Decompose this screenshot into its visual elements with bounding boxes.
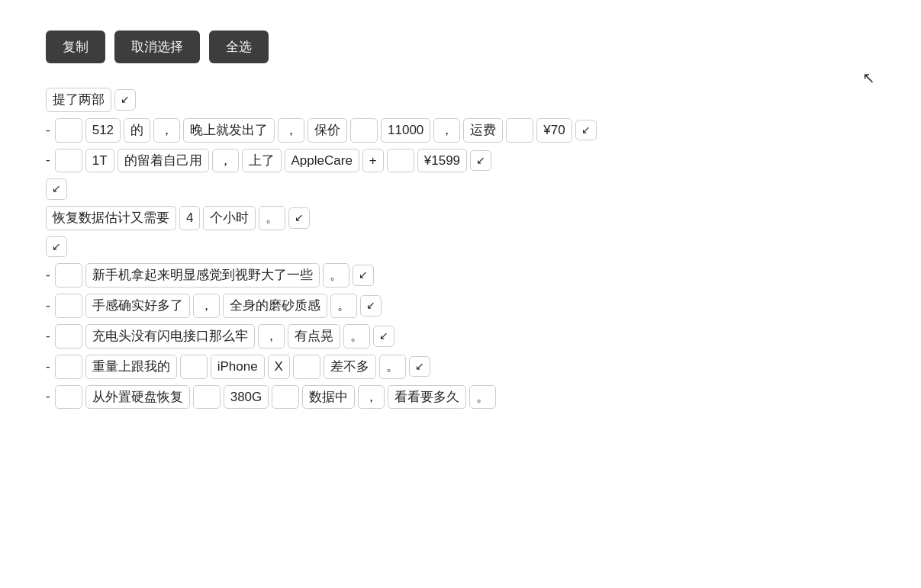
- text-token[interactable]: +: [362, 149, 384, 173]
- text-token[interactable]: 有点晃: [288, 324, 340, 349]
- empty-token[interactable]: [55, 294, 82, 318]
- text-token[interactable]: X: [268, 355, 290, 379]
- content-line-line5: 恢复数据估计又需要4个小时。↙: [46, 206, 875, 230]
- text-token[interactable]: 提了两部: [46, 88, 111, 112]
- empty-token[interactable]: [293, 355, 320, 379]
- text-token[interactable]: 恢复数据估计又需要: [46, 206, 176, 230]
- content-line-line3: - 1T的留着自己用，上了AppleCare+ ¥1599↙: [46, 149, 875, 173]
- text-token[interactable]: ¥1599: [417, 149, 467, 173]
- text-token[interactable]: ，: [258, 324, 285, 349]
- text-token[interactable]: 。: [343, 324, 370, 349]
- text-token[interactable]: 。: [469, 385, 496, 410]
- text-token[interactable]: 512: [85, 118, 121, 143]
- arrow-token[interactable]: ↙: [114, 89, 136, 111]
- bullet-marker: -: [46, 268, 50, 283]
- empty-token[interactable]: [387, 149, 414, 173]
- copy-button[interactable]: 复制: [46, 31, 105, 63]
- empty-token[interactable]: [193, 385, 221, 410]
- arrow-token[interactable]: ↙: [288, 207, 310, 229]
- empty-token[interactable]: [55, 324, 82, 349]
- arrow-token[interactable]: ↙: [360, 295, 382, 316]
- content-line-line6: ↙: [46, 236, 875, 258]
- empty-token[interactable]: [55, 149, 82, 173]
- text-token[interactable]: 的: [124, 118, 150, 143]
- empty-token[interactable]: [506, 118, 533, 143]
- text-token[interactable]: 个小时: [203, 206, 256, 230]
- text-token[interactable]: 上了: [242, 149, 282, 173]
- bullet-marker: -: [46, 389, 50, 404]
- text-token[interactable]: 的留着自己用: [118, 149, 209, 173]
- select-all-button[interactable]: 全选: [209, 31, 269, 63]
- text-token[interactable]: 保价: [308, 118, 347, 143]
- text-token[interactable]: 。: [259, 206, 285, 230]
- text-token[interactable]: 晚上就发出了: [183, 118, 275, 143]
- text-token[interactable]: 数据中: [302, 385, 355, 410]
- content-line-line9: - 充电头没有闪电接口那么牢，有点晃。↙: [46, 324, 875, 349]
- arrow-token[interactable]: ↙: [470, 150, 491, 172]
- text-token[interactable]: 全身的磨砂质感: [223, 294, 327, 318]
- text-token[interactable]: iPhone: [211, 355, 265, 379]
- arrow-token[interactable]: ↙: [373, 326, 394, 347]
- deselect-button[interactable]: 取消选择: [114, 31, 200, 63]
- arrow-token[interactable]: ↙: [46, 236, 67, 258]
- text-token[interactable]: 看看要多久: [388, 385, 466, 410]
- text-token[interactable]: AppleCare: [285, 149, 359, 173]
- arrow-token[interactable]: ↙: [409, 356, 430, 378]
- text-token[interactable]: 新手机拿起来明显感觉到视野大了一些: [85, 263, 320, 288]
- text-token[interactable]: ，: [212, 149, 239, 173]
- arrow-token[interactable]: ↙: [353, 265, 374, 286]
- empty-token[interactable]: [180, 355, 208, 379]
- text-token[interactable]: ，: [153, 118, 180, 143]
- content-line-line2: - 512的，晚上就发出了，保价 11000，运费 ¥70↙: [46, 118, 875, 143]
- text-token[interactable]: 。: [323, 263, 349, 288]
- content-line-line10: - 重量上跟我的 iPhoneX 差不多。↙: [46, 355, 875, 379]
- empty-token[interactable]: [350, 118, 378, 143]
- content-line-line11: - 从外置硬盘恢复 380G 数据中，看看要多久。: [46, 385, 875, 410]
- empty-token[interactable]: [55, 263, 82, 288]
- content-line-line1: 提了两部↙: [46, 88, 875, 112]
- empty-token[interactable]: [55, 385, 82, 410]
- text-token[interactable]: 从外置硬盘恢复: [85, 385, 190, 410]
- content-area: 提了两部↙- 512的，晚上就发出了，保价 11000，运费 ¥70↙- 1T的…: [46, 88, 875, 410]
- text-token[interactable]: 手感确实好多了: [85, 294, 190, 318]
- content-line-line4: ↙: [46, 178, 875, 200]
- text-token[interactable]: 运费: [463, 118, 503, 143]
- arrow-token[interactable]: ↙: [575, 120, 597, 141]
- text-token[interactable]: 差不多: [324, 355, 376, 379]
- text-token[interactable]: 。: [379, 355, 406, 379]
- cursor-icon: ↖: [862, 69, 875, 87]
- arrow-token[interactable]: ↙: [46, 178, 67, 200]
- bullet-marker: -: [46, 359, 50, 374]
- content-line-line8: - 手感确实好多了，全身的磨砂质感。↙: [46, 294, 875, 318]
- text-token[interactable]: 11000: [381, 118, 430, 143]
- text-token[interactable]: ¥70: [536, 118, 572, 143]
- text-token[interactable]: ，: [278, 118, 304, 143]
- empty-token[interactable]: [272, 385, 299, 410]
- bullet-marker: -: [46, 123, 50, 138]
- text-token[interactable]: ，: [433, 118, 460, 143]
- text-token[interactable]: 1T: [85, 149, 114, 173]
- text-token[interactable]: 380G: [224, 385, 269, 410]
- empty-token[interactable]: [55, 355, 82, 379]
- bullet-marker: -: [46, 298, 50, 313]
- bullet-marker: -: [46, 329, 50, 344]
- bullet-marker: -: [46, 153, 50, 168]
- text-token[interactable]: ，: [193, 294, 220, 318]
- text-token[interactable]: 。: [330, 294, 357, 318]
- empty-token[interactable]: [55, 118, 82, 143]
- content-line-line7: - 新手机拿起来明显感觉到视野大了一些。↙: [46, 263, 875, 288]
- text-token[interactable]: ，: [358, 385, 385, 410]
- text-token[interactable]: 重量上跟我的: [85, 355, 177, 379]
- text-token[interactable]: 4: [179, 206, 200, 230]
- text-token[interactable]: 充电头没有闪电接口那么牢: [85, 324, 255, 349]
- toolbar: 复制 取消选择 全选: [46, 31, 875, 63]
